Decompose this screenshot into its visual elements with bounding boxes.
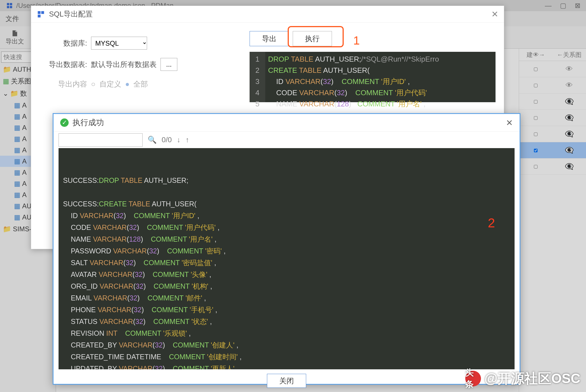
- dialog1-close-icon[interactable]: ✕: [491, 9, 498, 19]
- tree-label: A: [22, 180, 27, 188]
- table-icon: ▦: [14, 124, 20, 132]
- annotation-1-number: 1: [353, 34, 360, 47]
- tree-label: A: [22, 146, 27, 154]
- search-icon[interactable]: 🔍: [148, 136, 157, 144]
- menu-file[interactable]: 文件: [6, 14, 19, 23]
- close-window-icon[interactable]: ⊠: [575, 2, 580, 10]
- watermark: 头条 @开源社区OSC: [465, 370, 580, 388]
- relation-icon: ▦: [3, 77, 9, 85]
- dialog2-searchbar: 🔍 0/0 ↓ ↑: [54, 131, 520, 148]
- dialog2-titlebar: ✓ 执行成功 ✕: [54, 114, 520, 131]
- eye-icon[interactable]: 👁‍🗨: [553, 97, 586, 106]
- table-icon: ▦: [14, 101, 20, 109]
- table-icon: ▦: [14, 113, 20, 120]
- row-checkbox[interactable]: [534, 149, 538, 152]
- visibility-row[interactable]: 👁‍🗨: [519, 126, 586, 142]
- minimize-icon[interactable]: —: [545, 2, 552, 10]
- search-count: 0/0: [162, 136, 172, 144]
- content-label: 导出内容: [42, 79, 87, 89]
- tree-label: A: [22, 157, 27, 165]
- eye-icon[interactable]: 👁‍🗨: [553, 130, 586, 138]
- tree-label: 关系图: [11, 77, 31, 86]
- eye-icon[interactable]: 👁‍🗨: [553, 113, 586, 122]
- db-select[interactable]: MYSQL: [91, 37, 147, 50]
- row-checkbox[interactable]: [534, 84, 538, 87]
- row-checkbox[interactable]: [534, 116, 538, 120]
- tree-label: A: [22, 124, 27, 132]
- watermark-text: @开源社区OSC: [484, 370, 580, 388]
- folder-icon: 📁: [10, 90, 18, 97]
- table-icon: ▦: [14, 180, 20, 188]
- table-icon: ▦: [14, 135, 20, 143]
- export-button[interactable]: 导出: [250, 31, 289, 46]
- search-input[interactable]: [59, 133, 143, 147]
- folder-icon: 📁: [3, 66, 11, 73]
- table-icon: ▦: [14, 146, 20, 154]
- annotation-1-box: [288, 26, 344, 47]
- db-label: 数据库:: [42, 38, 87, 48]
- row-checkbox[interactable]: [534, 132, 538, 136]
- table-icon: ▦: [14, 157, 20, 165]
- dialog2-close-icon[interactable]: ✕: [506, 118, 513, 128]
- visibility-row[interactable]: 👁‍🗨: [519, 94, 586, 110]
- visibility-row[interactable]: 👁‍🗨: [519, 158, 586, 175]
- run-output: SUCCESS:DROP TABLE AUTH_USER; SUCCESS:CR…: [59, 148, 515, 369]
- annotation-2-number: 2: [488, 217, 495, 229]
- tree-label: 数: [20, 89, 27, 98]
- eye-icon[interactable]: 👁: [553, 81, 586, 90]
- success-icon: ✓: [60, 118, 69, 127]
- sql-preview: 12345 DROP TABLE AUTH_USER;/*SQL@Run*//*…: [250, 52, 496, 102]
- maximize-icon[interactable]: ▢: [560, 2, 566, 10]
- watermark-avatar-icon: 头条: [465, 371, 481, 386]
- run-success-dialog: ✓ 执行成功 ✕ 🔍 0/0 ↓ ↑ SUCCESS:DROP TABLE AU…: [53, 113, 520, 385]
- close-button[interactable]: 关闭: [267, 374, 306, 388]
- visibility-row[interactable]: 👁: [519, 61, 586, 77]
- toolbar-export[interactable]: 导出文: [6, 29, 24, 46]
- visibility-row[interactable]: 👁‍🗨: [519, 142, 586, 158]
- table-icon: ▦: [14, 169, 20, 176]
- tree-label: A: [22, 101, 27, 109]
- right-columns: 建👁→ ←关系图 👁👁👁‍🗨👁‍🗨👁‍🗨👁‍🗨👁‍🗨: [519, 49, 586, 392]
- tree-label: AUTH: [13, 66, 31, 73]
- dialog2-title: 执行成功: [73, 117, 104, 128]
- eye-icon[interactable]: 👁‍🗨: [553, 146, 586, 155]
- tree-label: A: [22, 113, 27, 120]
- eye-icon[interactable]: 👁‍🗨: [553, 162, 586, 171]
- eye-icon[interactable]: 👁: [553, 65, 586, 73]
- dialog-logo-icon: [37, 10, 45, 18]
- export-icon: [11, 29, 19, 37]
- dialog1-titlebar: SQL导出配置 ✕: [31, 6, 504, 23]
- search-down-icon[interactable]: ↓: [177, 136, 180, 144]
- tree-label: A: [22, 191, 27, 199]
- tables-label: 导出数据表:: [42, 60, 87, 69]
- visibility-row[interactable]: 👁: [519, 77, 586, 94]
- row-checkbox[interactable]: [534, 100, 538, 104]
- row-checkbox[interactable]: [534, 165, 538, 169]
- tree-label: A: [22, 135, 27, 143]
- tables-browse-button[interactable]: ...: [161, 58, 177, 71]
- table-icon: ▦: [14, 213, 20, 221]
- folder-icon: 📁: [3, 225, 11, 233]
- visibility-row[interactable]: 👁‍🗨: [519, 110, 586, 126]
- chevron-down-icon: ⌄: [3, 90, 8, 97]
- search-up-icon[interactable]: ↑: [185, 136, 189, 144]
- dialog1-title: SQL导出配置: [49, 9, 93, 19]
- table-icon: ▦: [14, 202, 20, 210]
- right-header: 建👁→ ←关系图: [519, 49, 586, 61]
- tree-label: A: [22, 169, 27, 176]
- app-logo-icon: [6, 2, 13, 10]
- row-checkbox[interactable]: [534, 67, 538, 71]
- tables-value: 默认导出所有数据表: [91, 60, 157, 69]
- table-icon: ▦: [14, 191, 20, 199]
